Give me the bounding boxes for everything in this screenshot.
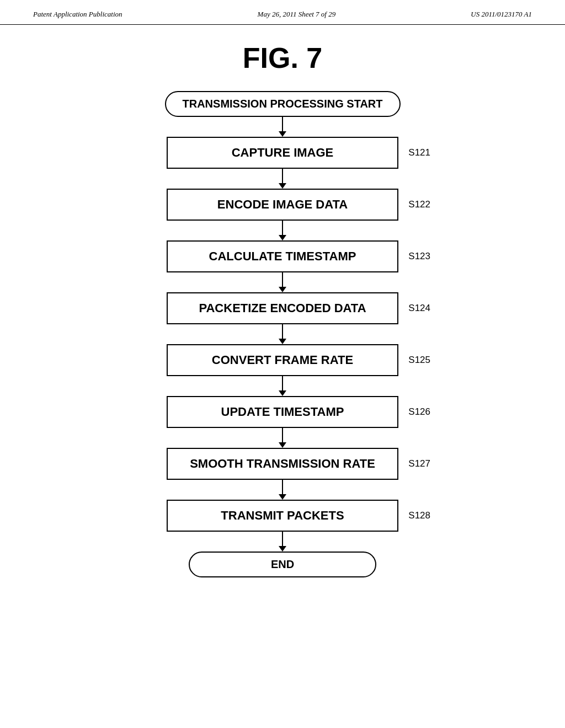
arrow-0 xyxy=(279,117,286,137)
step-s122: ENCODE IMAGE DATA S122 xyxy=(167,189,398,221)
arrow-line xyxy=(282,169,283,183)
step-s128: TRANSMIT PACKETS S128 xyxy=(167,500,398,532)
step-label-s128: S128 xyxy=(408,510,430,521)
step-row-s125: CONVERT FRAME RATE S125 xyxy=(167,344,398,376)
arrow-6 xyxy=(279,428,286,448)
arrow-3 xyxy=(279,272,286,292)
arrow-line xyxy=(282,117,283,131)
step-row-s126: UPDATE TIMESTAMP S126 xyxy=(167,396,398,428)
arrow-line xyxy=(282,428,283,442)
start-node: TRANSMISSION PROCESSING START xyxy=(165,91,401,117)
arrow-4 xyxy=(279,324,286,344)
step-label-s121: S121 xyxy=(408,147,430,158)
arrow-head xyxy=(279,546,286,552)
arrow-5 xyxy=(279,376,286,396)
step-label-s123: S123 xyxy=(408,251,430,262)
step-label-s122: S122 xyxy=(408,199,430,210)
arrow-line xyxy=(282,480,283,494)
header-center: May 26, 2011 Sheet 7 of 29 xyxy=(258,10,336,19)
step-label-s127: S127 xyxy=(408,458,430,469)
step-label-s124: S124 xyxy=(408,303,430,314)
arrow-head xyxy=(279,235,286,240)
step-row-s128: TRANSMIT PACKETS S128 xyxy=(167,500,398,532)
flowchart: TRANSMISSION PROCESSING START CAPTURE IM… xyxy=(0,91,565,577)
step-s127: SMOOTH TRANSMISSION RATE S127 xyxy=(167,448,398,480)
step-s125: CONVERT FRAME RATE S125 xyxy=(167,344,398,376)
arrow-line xyxy=(282,376,283,390)
arrow-line xyxy=(282,324,283,339)
arrow-head xyxy=(279,287,286,292)
arrow-head xyxy=(279,183,286,189)
arrow-line xyxy=(282,272,283,287)
figure-title: FIG. 7 xyxy=(0,41,565,74)
arrow-2 xyxy=(279,221,286,240)
step-s126: UPDATE TIMESTAMP S126 xyxy=(167,396,398,428)
header-right: US 2011/0123170 A1 xyxy=(471,10,532,19)
arrow-line xyxy=(282,221,283,235)
step-row-s127: SMOOTH TRANSMISSION RATE S127 xyxy=(167,448,398,480)
arrow-head xyxy=(279,131,286,137)
step-row-s123: CALCULATE TIMESTAMP S123 xyxy=(167,240,398,272)
step-s123: CALCULATE TIMESTAMP S123 xyxy=(167,240,398,272)
step-s121: CAPTURE IMAGE S121 xyxy=(167,137,398,169)
end-node: END xyxy=(189,552,376,577)
header-left: Patent Application Publication xyxy=(33,10,122,19)
arrow-7 xyxy=(279,480,286,500)
arrow-head xyxy=(279,442,286,448)
arrow-8 xyxy=(279,532,286,552)
arrow-head xyxy=(279,339,286,344)
step-label-s125: S125 xyxy=(408,355,430,366)
page-header: Patent Application Publication May 26, 2… xyxy=(0,0,565,25)
step-row-s121: CAPTURE IMAGE S121 xyxy=(167,137,398,169)
arrow-head xyxy=(279,494,286,500)
arrow-head xyxy=(279,390,286,396)
arrow-line xyxy=(282,532,283,546)
step-row-s124: PACKETIZE ENCODED DATA S124 xyxy=(167,292,398,324)
arrow-1 xyxy=(279,169,286,189)
step-row-s122: ENCODE IMAGE DATA S122 xyxy=(167,189,398,221)
step-s124: PACKETIZE ENCODED DATA S124 xyxy=(167,292,398,324)
step-label-s126: S126 xyxy=(408,406,430,417)
